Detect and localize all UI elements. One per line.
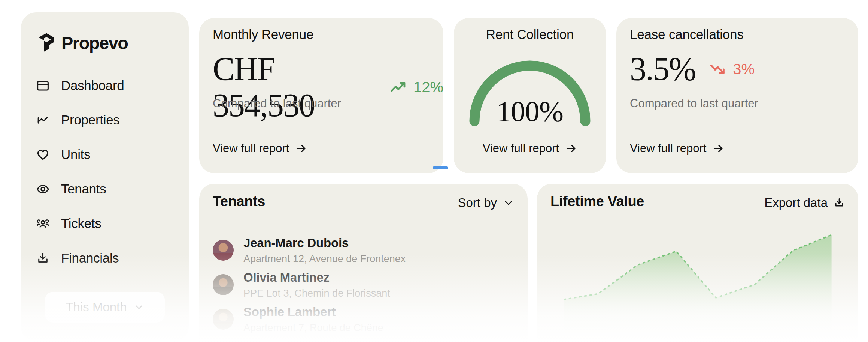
tenant-row[interactable]: Sophie Lambert Apartement 7, Route de Ch… [213,302,514,336]
sidebar-item-properties[interactable]: Properties [36,103,177,137]
lease-cancellations-change: 3% [709,60,755,78]
arrow-right-icon [565,142,577,154]
rent-collection-card: Rent Collection 100% View full report [454,18,606,173]
sidebar: Propevo Dashboard Properties Units Tenan… [21,12,189,342]
revenue-change: 12% [389,78,443,96]
brand-logo[interactable]: Propevo [37,32,128,54]
heart-icon [36,148,50,162]
sidebar-item-dashboard[interactable]: Dashboard [36,68,177,103]
tenant-avatar [213,309,234,330]
view-full-report-link[interactable]: View full report [213,142,307,155]
trend-down-icon [709,60,727,78]
sidebar-item-units[interactable]: Units [36,137,177,172]
card-title: Rent Collection [454,27,606,42]
download-icon [36,251,50,265]
view-full-report-link[interactable]: View full report [630,142,724,155]
dashboard-icon [36,79,50,93]
tenant-name: Olivia Martinez [243,270,390,285]
sidebar-item-label: Units [61,147,90,162]
tenant-name: Jean-Marc Dubois [243,236,406,250]
monthly-revenue-card: Monthly Revenue CHF 354,530 12% Compared… [199,18,443,173]
sidebar-item-label: Properties [61,112,120,128]
chevron-down-icon [503,197,514,208]
card-title: Monthly Revenue [213,27,313,42]
tenant-address: PPE Lot 3, Chemin de Florissant [243,288,390,299]
sidebar-item-financials[interactable]: Financials [36,241,177,275]
brand-name: Propevo [61,33,128,53]
tenant-address: Apartement 7, Route de Chêne [243,322,383,334]
comparison-note: Compared to last quarter [213,97,341,110]
revenue-change-value: 12% [413,79,443,96]
tenant-avatar [213,274,234,295]
period-selector-label: This Month [66,300,127,314]
chevron-down-icon [134,302,144,312]
sidebar-nav: Dashboard Properties Units Tenants Ticke… [36,68,177,275]
lifetime-value-title: Lifetime Value [550,194,644,210]
lease-cancellations-value: 3.5% [630,51,695,87]
arrow-right-icon [295,142,307,154]
users-icon [36,217,50,231]
sidebar-item-tenants[interactable]: Tenants [36,172,177,206]
carousel-scroll-indicator[interactable] [433,166,448,170]
download-icon [834,197,845,208]
revenue-value: CHF 354,530 [213,51,376,124]
sidebar-item-label: Financials [61,250,119,266]
tenant-row[interactable]: Olivia Martinez PPE Lot 3, Chemin de Flo… [213,267,514,302]
sidebar-item-label: Dashboard [61,78,124,93]
period-selector[interactable]: This Month [45,292,165,322]
sidebar-item-tickets[interactable]: Tickets [36,206,177,241]
lifetime-value-chart [549,226,847,342]
arrow-right-icon [712,142,724,154]
propevo-mark-icon [37,32,56,54]
trend-up-icon [389,78,407,96]
eye-icon [36,182,50,196]
export-data-button[interactable]: Export data [764,196,845,210]
lease-cancellations-card: Lease cancellations 3.5% 3% Compared to … [616,18,858,173]
tenant-row[interactable]: Jean-Marc Dubois Apartment 12, Avenue de… [213,233,514,267]
view-full-report-link[interactable]: View full report [454,142,606,155]
tenants-title: Tenants [213,194,265,210]
card-title: Lease cancellations [630,27,744,42]
tenant-row[interactable]: Julian Rens [213,336,514,342]
tenant-name: Sophie Lambert [243,305,383,319]
tenants-card: Tenants Sort by Jean-Marc Dubois Apartme… [199,184,528,342]
rent-collection-value: 100% [454,94,606,128]
chart-line-icon [36,113,50,127]
tenant-address: Apartment 12, Avenue de Frontenex [243,253,406,265]
lease-change-value: 3% [733,61,755,78]
sort-by-dropdown[interactable]: Sort by [458,196,514,210]
lifetime-value-card: Lifetime Value Export data [537,184,858,342]
sidebar-item-label: Tenants [61,182,106,196]
chart-area-fill [564,235,832,342]
tenant-avatar [213,240,234,261]
comparison-note: Compared to last quarter [630,97,758,110]
sidebar-item-label: Tickets [61,216,101,231]
